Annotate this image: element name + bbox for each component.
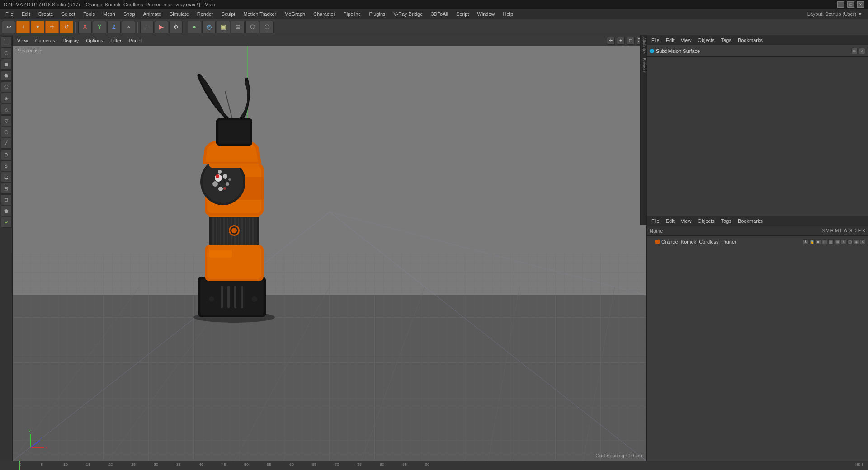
obj-icon-4[interactable]: ⊞ (835, 239, 840, 244)
left-tool-13[interactable]: ◒ (1, 172, 12, 183)
timeline-ruler[interactable]: 0 5 10 15 20 25 30 35 40 45 50 55 60 65 … (0, 461, 868, 470)
vp-menu-panel[interactable]: Panel (126, 38, 144, 44)
obj-icon-1[interactable]: ■ (816, 239, 821, 244)
menu-help[interactable]: Help (500, 10, 517, 18)
menu-render[interactable]: Render (193, 10, 217, 18)
undo-button[interactable]: ↩ (2, 21, 15, 33)
obj-icon-7[interactable]: ◈ (854, 239, 859, 244)
left-tool-3[interactable]: ◼ (1, 59, 12, 70)
sphere-btn[interactable]: ● (188, 21, 201, 33)
y-axis-btn[interactable]: Y (93, 21, 106, 33)
menu-mesh[interactable]: Mesh (99, 10, 119, 18)
close-button[interactable]: ✕ (857, 1, 864, 8)
deform-btn[interactable]: ⬡ (260, 21, 274, 33)
menu-tools[interactable]: Tools (80, 10, 99, 18)
vp-menu-cameras[interactable]: Cameras (33, 38, 58, 44)
world-btn[interactable]: W (122, 21, 135, 33)
left-tool-11[interactable]: ⊕ (1, 149, 12, 160)
obj-icon-lock[interactable]: 🔒 (809, 239, 815, 244)
attr-menu-tags[interactable]: Tags (718, 37, 734, 44)
menu-motion-tracker[interactable]: Motion Tracker (240, 10, 280, 18)
svg-rect-41 (245, 218, 246, 245)
side-tab-browser[interactable]: Browser (641, 56, 647, 75)
obj-menu-bookmarks[interactable]: Bookmarks (735, 217, 765, 225)
minimize-button[interactable]: — (837, 1, 844, 8)
tool-move[interactable]: ✛ (45, 21, 59, 33)
attr-menu-view[interactable]: View (678, 37, 694, 44)
left-tool-15[interactable]: ⊟ (1, 194, 12, 205)
menu-window[interactable]: Window (473, 10, 498, 18)
menu-edit[interactable]: Edit (18, 10, 34, 18)
cube-btn[interactable]: ▣ (217, 21, 230, 33)
attr-menu-objects[interactable]: Objects (695, 37, 717, 44)
ring-btn[interactable]: ◎ (202, 21, 216, 33)
viewport-canvas[interactable]: Perspective Grid Spacing : 10 cm X Y Z (13, 46, 646, 461)
subdiv-icon-1[interactable]: ✏ (851, 48, 858, 54)
left-tool-2[interactable]: ⬡ (1, 47, 12, 58)
vp-icon-1[interactable]: ✛ (607, 37, 615, 45)
left-tool-6[interactable]: ◈ (1, 93, 12, 103)
menu-pipeline[interactable]: Pipeline (340, 10, 364, 18)
render-settings-btn[interactable]: ⚙ (169, 21, 183, 33)
menu-character[interactable]: Character (310, 10, 339, 18)
subdiv-icon-2[interactable]: ✓ (859, 48, 865, 54)
left-tool-4[interactable]: ⬟ (1, 70, 12, 81)
obj-menu-tags[interactable]: Tags (718, 217, 734, 225)
render-btn[interactable]: ▶ (155, 21, 168, 33)
menu-script[interactable]: Script (453, 10, 472, 18)
vp-icon-2[interactable]: + (617, 37, 625, 45)
vp-menu-options[interactable]: Options (83, 38, 106, 44)
side-tab-attributes[interactable]: Attributes (641, 35, 647, 56)
maximize-button[interactable]: □ (847, 1, 854, 8)
left-tool-16[interactable]: ⬟ (1, 206, 12, 216)
attr-menu-edit[interactable]: Edit (663, 37, 677, 44)
menu-animate[interactable]: Animate (140, 10, 165, 18)
obj-icon-x2[interactable]: ✕ (860, 239, 865, 244)
attr-menu-file[interactable]: File (649, 37, 662, 44)
left-tool-10[interactable]: ╱ (1, 138, 12, 149)
node-btn[interactable]: ⬡ (245, 21, 259, 33)
menu-plugins[interactable]: Plugins (365, 10, 389, 18)
subdivision-surface-row[interactable]: Subdivision Surface ✏ ✓ (647, 45, 868, 57)
left-tool-14[interactable]: ⊞ (1, 183, 12, 194)
z-axis-btn[interactable]: Z (107, 21, 121, 33)
left-tool-8[interactable]: ▽ (1, 115, 12, 126)
menu-3dtoall[interactable]: 3DToAll (427, 10, 452, 18)
menu-select[interactable]: Select (58, 10, 79, 18)
menu-vray[interactable]: V-Ray Bridge (390, 10, 427, 18)
obj-menu-objects[interactable]: Objects (695, 217, 717, 225)
obj-icon-eye[interactable]: 👁 (803, 239, 808, 244)
left-tool-7[interactable]: △ (1, 104, 12, 115)
menu-file[interactable]: File (2, 10, 17, 18)
vp-menu-view[interactable]: View (14, 38, 31, 44)
x-axis-btn[interactable]: X (78, 21, 92, 33)
obj-icon-3[interactable]: ▤ (828, 239, 834, 244)
obj-row-pruner[interactable]: Orange_Komok_Cordless_Pruner 👁 🔒 ■ □ ▤ ⊞… (647, 237, 868, 247)
left-tool-12[interactable]: $ (1, 160, 12, 171)
obj-icon-5[interactable]: ↯ (841, 239, 846, 244)
add-button[interactable]: + (16, 21, 30, 33)
tool-rotate[interactable]: ↺ (60, 21, 73, 33)
vp-menu-filter[interactable]: Filter (108, 38, 124, 44)
left-tool-python[interactable]: P (1, 217, 12, 228)
attr-menu-bookmarks[interactable]: Bookmarks (735, 37, 765, 44)
new-scene-button[interactable]: ✦ (31, 21, 44, 33)
obj-icon-2[interactable]: □ (822, 239, 827, 244)
menu-simulate[interactable]: Simulate (166, 10, 193, 18)
menu-sculpt[interactable]: Sculpt (218, 10, 239, 18)
obj-menu-file[interactable]: File (649, 217, 662, 225)
menu-create[interactable]: Create (35, 10, 57, 18)
left-tool-9[interactable]: ⬡ (1, 127, 12, 137)
render-preview-btn[interactable]: 🎥 (140, 21, 154, 33)
left-tool-5[interactable]: ⬠ (1, 81, 12, 92)
menu-mograph[interactable]: MoGraph (281, 10, 309, 18)
obj-menu-view[interactable]: View (678, 217, 694, 225)
vp-menu-display[interactable]: Display (60, 38, 81, 44)
obj-icon-6[interactable]: ⬡ (847, 239, 853, 244)
menu-snap[interactable]: Snap (120, 10, 139, 18)
left-tool-select[interactable]: ⬛ (1, 36, 12, 47)
obj-menu-edit[interactable]: Edit (663, 217, 677, 225)
grid-btn[interactable]: ⊞ (231, 21, 245, 33)
vp-icon-3[interactable]: □ (627, 37, 635, 45)
pruner-model (171, 73, 297, 326)
